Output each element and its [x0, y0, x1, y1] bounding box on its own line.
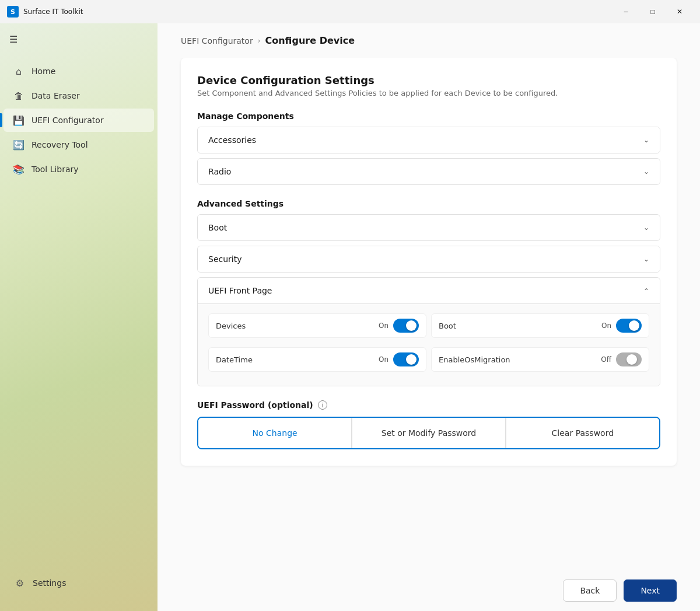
password-section: UEFI Password (optional) i No Change Set…	[197, 400, 660, 449]
enable-os-migration-toggle-thumb	[626, 354, 637, 365]
title-bar-controls: – □ ✕	[612, 2, 693, 21]
breadcrumb-current: Configure Device	[265, 35, 355, 46]
devices-toggle-track	[393, 319, 419, 333]
devices-toggle-thumb	[406, 320, 416, 331]
maximize-button[interactable]: □	[639, 2, 666, 21]
clear-label: Clear Password	[552, 428, 614, 438]
app-icon: S	[7, 6, 19, 18]
breadcrumb-separator: ›	[258, 37, 261, 45]
accordion-radio: Radio ⌄	[197, 158, 660, 185]
password-label-row: UEFI Password (optional) i	[197, 400, 660, 410]
hamburger-icon: ☰	[9, 34, 18, 45]
password-option-clear[interactable]: Clear Password	[506, 418, 659, 448]
uefi-configurator-icon: 💾	[13, 114, 24, 126]
boot-toggle-thumb	[629, 320, 639, 331]
chevron-down-icon: ⌄	[643, 167, 649, 176]
chevron-down-icon: ⌄	[643, 255, 649, 263]
accordion-boot-label: Boot	[208, 223, 227, 232]
chevron-up-icon: ⌄	[643, 287, 649, 295]
page-title: Device Configuration Settings	[197, 74, 660, 86]
title-bar: S Surface IT Toolkit – □ ✕	[0, 0, 700, 23]
main-content: UEFI Configurator › Configure Device Dev…	[158, 23, 700, 611]
sidebar-item-label-home: Home	[32, 67, 55, 76]
sidebar: ☰ ⌂ Home 🗑 Data Eraser 💾 UEFI Configurat…	[0, 23, 158, 611]
datetime-toggle-thumb	[406, 354, 416, 365]
toggle-row-enable-os-migration: EnableOsMigration Off	[431, 347, 649, 372]
toggle-row-datetime: DateTime On	[208, 347, 426, 372]
gear-icon: ⚙	[14, 577, 26, 589]
datetime-toggle[interactable]	[393, 352, 419, 366]
toggle-right-devices: On	[379, 319, 419, 333]
datetime-label: DateTime	[216, 355, 253, 364]
app-title: Surface IT Toolkit	[23, 8, 83, 16]
accordion-accessories-label: Accessories	[208, 135, 256, 145]
accordion-radio-header[interactable]: Radio ⌄	[198, 159, 660, 184]
devices-label: Devices	[216, 322, 246, 330]
sidebar-nav: ⌂ Home 🗑 Data Eraser 💾 UEFI Configurator…	[0, 55, 158, 567]
back-button[interactable]: Back	[563, 579, 617, 602]
page-subtitle: Set Component and Advanced Settings Poli…	[197, 89, 660, 97]
toggle-group: Devices On	[208, 313, 649, 376]
sidebar-item-data-eraser[interactable]: 🗑 Data Eraser	[4, 84, 154, 107]
no-change-label: No Change	[253, 428, 298, 438]
sidebar-item-label-uefi-configurator: UEFI Configurator	[32, 116, 104, 125]
app-body: ☰ ⌂ Home 🗑 Data Eraser 💾 UEFI Configurat…	[0, 23, 700, 611]
info-icon[interactable]: i	[318, 400, 327, 410]
recovery-tool-icon: 🔄	[13, 139, 24, 151]
enable-os-migration-state: Off	[601, 355, 611, 364]
breadcrumb-parent[interactable]: UEFI Configurator	[181, 36, 253, 46]
breadcrumb: UEFI Configurator › Configure Device	[181, 35, 677, 46]
settings-label: Settings	[33, 578, 66, 588]
minimize-button[interactable]: –	[612, 2, 639, 21]
sidebar-item-recovery-tool[interactable]: 🔄 Recovery Tool	[4, 133, 154, 156]
accordion-boot: Boot ⌄	[197, 214, 660, 241]
boot-toggle-state: On	[601, 322, 611, 330]
manage-components-label: Manage Components	[197, 111, 660, 121]
accordion-security: Security ⌄	[197, 246, 660, 273]
toggle-right-boot: On	[601, 319, 642, 333]
content-card: Device Configuration Settings Set Compon…	[181, 58, 677, 466]
home-icon: ⌂	[13, 65, 24, 77]
title-bar-left: S Surface IT Toolkit	[7, 6, 83, 18]
enable-os-migration-label: EnableOsMigration	[439, 355, 510, 364]
accordion-uefi-front-page: UEFI Front Page ⌄ Devices On	[197, 277, 660, 386]
datetime-toggle-track	[393, 352, 419, 366]
toggle-row-devices: Devices On	[208, 313, 426, 338]
sidebar-item-label-recovery-tool: Recovery Tool	[32, 140, 88, 149]
sidebar-item-uefi-configurator[interactable]: 💾 UEFI Configurator	[4, 109, 154, 132]
accordion-uefi-front-page-header[interactable]: UEFI Front Page ⌄	[198, 278, 660, 303]
toggle-right-datetime: On	[379, 352, 419, 366]
accordion-security-label: Security	[208, 254, 242, 264]
accordion-security-header[interactable]: Security ⌄	[198, 246, 660, 272]
sidebar-bottom: ⚙ Settings	[0, 567, 158, 599]
page-header: UEFI Configurator › Configure Device	[158, 23, 700, 58]
chevron-down-icon: ⌄	[643, 136, 649, 144]
devices-state: On	[379, 322, 388, 330]
sidebar-item-tool-library[interactable]: 📚 Tool Library	[4, 158, 154, 181]
sidebar-item-settings[interactable]: ⚙ Settings	[5, 571, 153, 595]
sidebar-item-home[interactable]: ⌂ Home	[4, 60, 154, 83]
password-option-no-change[interactable]: No Change	[198, 418, 352, 448]
accordion-accessories: Accessories ⌄	[197, 127, 660, 153]
boot-toggle-label: Boot	[439, 322, 456, 330]
devices-toggle[interactable]	[393, 319, 419, 333]
chevron-down-icon: ⌄	[643, 224, 649, 232]
content-area: Device Configuration Settings Set Compon…	[158, 58, 700, 570]
sidebar-item-label-tool-library: Tool Library	[32, 165, 79, 174]
accordion-boot-header[interactable]: Boot ⌄	[198, 215, 660, 240]
next-button[interactable]: Next	[624, 579, 677, 602]
boot-toggle-track	[616, 319, 642, 333]
password-options: No Change Set or Modify Password Clear P…	[197, 417, 660, 449]
data-eraser-icon: 🗑	[13, 90, 24, 102]
toggle-right-enable-os-migration: Off	[601, 352, 642, 366]
enable-os-migration-toggle[interactable]	[616, 352, 642, 366]
close-button[interactable]: ✕	[666, 2, 693, 21]
password-label: UEFI Password (optional)	[197, 400, 313, 410]
menu-toggle-button[interactable]: ☰	[0, 26, 27, 53]
password-option-set-modify[interactable]: Set or Modify Password	[352, 418, 505, 448]
accordion-accessories-header[interactable]: Accessories ⌄	[198, 127, 660, 153]
advanced-settings-label: Advanced Settings	[197, 199, 660, 208]
toggle-row-boot: Boot On	[431, 313, 649, 338]
boot-toggle[interactable]	[616, 319, 642, 333]
uefi-front-page-content: Devices On	[198, 303, 660, 386]
